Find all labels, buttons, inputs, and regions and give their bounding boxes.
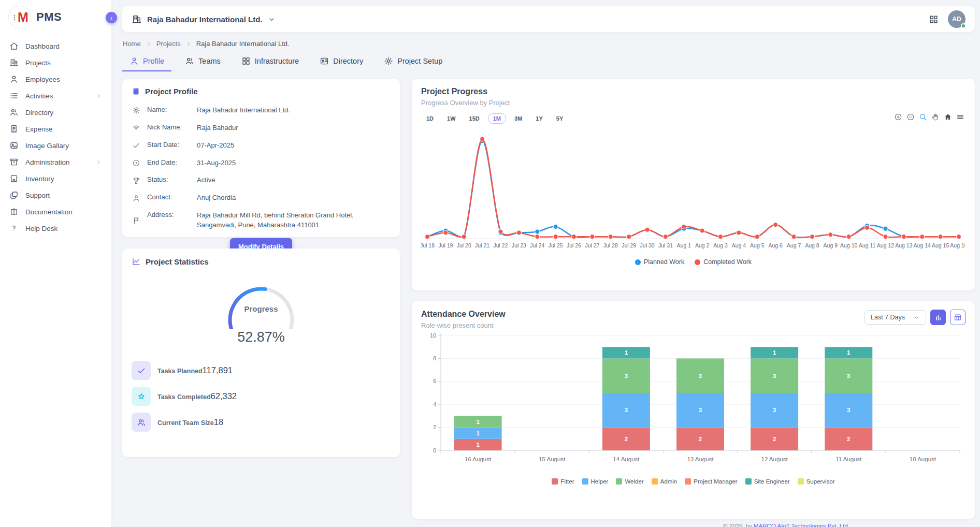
company-selector[interactable]: Raja Bahadur International Ltd. bbox=[132, 14, 276, 24]
help-icon bbox=[9, 224, 19, 233]
field-label: End Date: bbox=[147, 158, 191, 168]
sidebar-item-label: Projects bbox=[25, 59, 51, 67]
sidebar-item-image-gallary[interactable]: Image Gallary bbox=[0, 137, 111, 154]
tab-project-setup[interactable]: Project Setup bbox=[377, 53, 450, 71]
svg-text:0: 0 bbox=[433, 447, 436, 453]
sidebar-item-label: Image Gallary bbox=[25, 142, 69, 150]
bar-view-button[interactable] bbox=[930, 310, 946, 325]
svg-text:Jul 29: Jul 29 bbox=[622, 242, 636, 248]
project-profile-title-row: Project Profile bbox=[132, 87, 391, 96]
range-3m[interactable]: 3M bbox=[509, 113, 527, 124]
sidebar-item-expense[interactable]: Expense bbox=[0, 121, 111, 137]
svg-text:2: 2 bbox=[773, 436, 776, 442]
legend-supervisor[interactable]: Supervisor bbox=[798, 478, 835, 485]
selection-zoom-icon[interactable] bbox=[919, 113, 927, 121]
legend-completed-work[interactable]: Completed Work bbox=[695, 258, 752, 266]
sidebar-item-inventory[interactable]: Inventory bbox=[0, 170, 111, 187]
range-15d[interactable]: 15D bbox=[464, 113, 485, 124]
date-range-value: Last 7 Days bbox=[871, 314, 905, 321]
legend-site-engineer[interactable]: Site Engineer bbox=[745, 478, 790, 485]
legend-helper[interactable]: Helper bbox=[582, 478, 609, 485]
person-icon bbox=[132, 194, 140, 202]
sidebar-item-documentation[interactable]: Documentation bbox=[0, 203, 111, 220]
date-range-select[interactable]: Last 7 Days bbox=[864, 310, 926, 325]
sidebar-collapse-button[interactable]: ‹ bbox=[106, 12, 117, 23]
notebook-icon bbox=[132, 87, 140, 96]
range-1y[interactable]: 1Y bbox=[530, 113, 547, 124]
tab-profile[interactable]: Profile bbox=[122, 53, 171, 71]
sidebar: M PMS DashboardProjectsEmployeesActiviti… bbox=[0, 0, 111, 527]
stat-value: 62,332 bbox=[211, 391, 237, 401]
svg-text:8: 8 bbox=[433, 355, 436, 361]
legend-project-manager[interactable]: Project Manager bbox=[685, 478, 737, 485]
sidebar-item-employees[interactable]: Employees bbox=[0, 71, 111, 87]
svg-text:1: 1 bbox=[476, 419, 480, 425]
main-area: Raja Bahadur International Ltd. AD HomeP… bbox=[111, 0, 980, 527]
range-1d[interactable]: 1D bbox=[421, 113, 439, 124]
tab-directory[interactable]: Directory bbox=[312, 53, 370, 71]
copy-icon bbox=[9, 191, 19, 200]
content: Project Profile Name:Raja Bahadur Intern… bbox=[122, 79, 975, 519]
breadcrumb-item-home[interactable]: Home bbox=[123, 40, 141, 48]
circle-dot-icon bbox=[132, 159, 140, 167]
svg-text:2: 2 bbox=[847, 436, 850, 442]
chevron-right-icon bbox=[95, 93, 102, 99]
svg-text:Jul 22: Jul 22 bbox=[493, 242, 508, 248]
svg-text:Jul 21: Jul 21 bbox=[475, 242, 489, 248]
store-icon bbox=[9, 174, 19, 183]
zoom-in-icon[interactable] bbox=[894, 113, 902, 121]
range-5y[interactable]: 5Y bbox=[551, 113, 568, 124]
building-icon bbox=[9, 58, 19, 67]
tab-infrastructure[interactable]: Infrastructure bbox=[234, 53, 306, 71]
sidebar-item-support[interactable]: Support bbox=[0, 187, 111, 203]
menu-icon[interactable] bbox=[956, 113, 964, 121]
sidebar-item-administration[interactable]: Administration bbox=[0, 154, 111, 170]
stat-items: Tasks Planned117,891Tasks Completed62,33… bbox=[132, 361, 391, 432]
footer-company-link[interactable]: MARCO AIoT Technologies Pvt. Ltd. bbox=[754, 523, 849, 527]
sidebar-item-projects[interactable]: Projects bbox=[0, 54, 111, 71]
legend-fitter[interactable]: Fitter bbox=[552, 478, 574, 485]
profile-field-contact: Contact:Anuj Chordia bbox=[132, 193, 391, 203]
sidebar-item-activities[interactable]: Activities bbox=[0, 87, 111, 104]
sidebar-item-dashboard[interactable]: Dashboard bbox=[0, 38, 111, 54]
sidebar-item-directory[interactable]: Directory bbox=[0, 104, 111, 121]
legend-admin[interactable]: Admin bbox=[652, 478, 678, 485]
svg-text:Aug 15: Aug 15 bbox=[932, 242, 949, 248]
range-1w[interactable]: 1W bbox=[442, 113, 461, 124]
footer-copyright: © 2025, by bbox=[723, 523, 754, 527]
profile-field-status: Status:Active bbox=[132, 175, 391, 185]
attendance-header: Attendance Overview Role-wise present co… bbox=[421, 310, 965, 329]
apps-grid-icon[interactable] bbox=[929, 14, 939, 24]
logo-icon: M bbox=[8, 6, 31, 28]
svg-text:3: 3 bbox=[847, 407, 850, 413]
attendance-bar-chart[interactable]: 024681011116 August15 August233114 Augus… bbox=[421, 329, 965, 477]
online-status-dot bbox=[961, 23, 966, 28]
pan-icon[interactable] bbox=[931, 113, 940, 121]
bar-chart-icon bbox=[934, 314, 942, 321]
progress-line-chart[interactable]: Jul 18Jul 19Jul 20Jul 21Jul 22Jul 23Jul … bbox=[421, 126, 965, 258]
home-icon[interactable] bbox=[944, 113, 952, 121]
svg-text:3: 3 bbox=[773, 407, 776, 413]
svg-text:1: 1 bbox=[625, 349, 628, 356]
svg-text:Aug 7: Aug 7 bbox=[787, 242, 801, 248]
svg-text:Jul 18: Jul 18 bbox=[421, 242, 435, 248]
project-profile-card: Project Profile Name:Raja Bahadur Intern… bbox=[122, 79, 400, 237]
svg-text:13 August: 13 August bbox=[687, 456, 714, 462]
tab-teams[interactable]: Teams bbox=[178, 53, 228, 71]
contact-card-icon bbox=[320, 56, 329, 66]
zoom-out-icon[interactable] bbox=[906, 113, 915, 121]
legend-welder[interactable]: Welder bbox=[616, 478, 643, 485]
range-1m[interactable]: 1M bbox=[488, 113, 506, 124]
chart-toolbar bbox=[894, 113, 964, 121]
sidebar-item-help-desk[interactable]: Help Desk bbox=[0, 220, 111, 237]
legend-planned-work[interactable]: Planned Work bbox=[635, 258, 684, 266]
receipt-icon bbox=[9, 124, 19, 134]
progress-percentage: 52.87% bbox=[132, 329, 391, 345]
zoom-in-icon bbox=[894, 113, 902, 121]
menu-icon bbox=[956, 113, 964, 121]
stat-value: 117,891 bbox=[203, 365, 233, 375]
table-view-button[interactable] bbox=[950, 310, 965, 325]
flag-icon bbox=[132, 216, 140, 225]
breadcrumb-item-projects[interactable]: Projects bbox=[156, 40, 181, 48]
user-avatar[interactable]: AD bbox=[948, 10, 965, 28]
